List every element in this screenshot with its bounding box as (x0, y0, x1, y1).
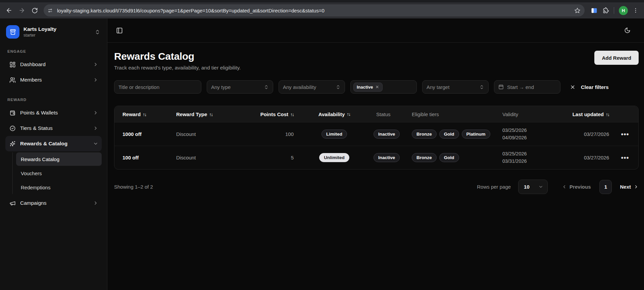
date-range-filter[interactable]: Start → end (494, 80, 560, 94)
status-filter-chip: Inactive (353, 83, 383, 92)
add-reward-button[interactable]: Add Reward (594, 51, 639, 65)
column-header-points-cost[interactable]: Points Cost↑↓ (239, 111, 299, 117)
browser-toolbar: loyalty-staging.karts.cloud/t/735d91l6/c… (0, 2, 644, 18)
sort-icon: ↑↓ (143, 112, 146, 117)
sidebar-subitem-label: Rewards Catalog (21, 156, 59, 162)
availability-badge: Limited (321, 130, 347, 139)
section-label-engage: ENGAGE (7, 49, 102, 53)
calendar-icon (498, 84, 504, 90)
forward-icon[interactable] (16, 5, 28, 16)
date-range-value: Start → end (507, 84, 534, 90)
site-settings-icon[interactable] (46, 6, 54, 15)
back-icon[interactable] (3, 5, 15, 16)
last-updated: 03/27/2026 (541, 131, 614, 137)
last-updated: 03/27/2026 (541, 155, 614, 160)
row-actions-icon[interactable]: ••• (621, 133, 629, 136)
megaphone-icon (9, 200, 16, 206)
availability-badge: Unlimited (319, 153, 349, 162)
sort-icon: ↑↓ (290, 112, 294, 117)
chevron-left-icon (562, 184, 567, 189)
page-subtitle: Track each reward's type, availability, … (114, 65, 241, 71)
tier-badge: Bronze (412, 130, 437, 139)
target-filter-value: Any target (427, 84, 449, 90)
search-filter (114, 80, 201, 94)
chip-remove-icon[interactable] (375, 85, 379, 89)
sidebar-item-dashboard[interactable]: Dashboard (5, 57, 102, 72)
points-cost: 100 (239, 131, 299, 137)
sidebar-toggle-icon[interactable] (116, 27, 123, 34)
column-header-last-updated[interactable]: Last updated↑↓ (541, 111, 614, 117)
sidebar-subitem-label: Redemptions (21, 185, 50, 190)
status-badge: Inactive (374, 130, 400, 139)
sidebar-item-points-wallets[interactable]: Points & Wallets (5, 105, 102, 120)
toolbar-extensions-area: H (589, 6, 641, 15)
dark-mode-moon-icon[interactable] (624, 27, 631, 34)
type-filter-select[interactable]: Any type (207, 80, 273, 94)
column-header-availability[interactable]: Availability↑↓ (299, 111, 369, 117)
sidebar-subitem-rewards-catalog[interactable]: Rewards Catalog (16, 152, 102, 166)
wallet-icon (9, 110, 16, 116)
chevron-right-icon (93, 77, 98, 83)
sort-icon: ↑↓ (606, 112, 609, 117)
url-text[interactable]: loyalty-staging.karts.cloud/t/735d91l6/c… (57, 8, 572, 13)
rows-per-page-label: Rows per page (477, 184, 511, 190)
sidebar-subitem-redemptions[interactable]: Redemptions (16, 181, 102, 194)
sidebar-item-label: Tiers & Status (20, 125, 53, 131)
sort-icon: ↑↓ (347, 111, 350, 117)
org-name: Karts Loyalty (23, 26, 91, 32)
org-switcher[interactable]: Karts Loyalty starter (5, 25, 102, 39)
page-number-button[interactable]: 1 (599, 180, 612, 194)
profile-avatar[interactable]: H (619, 6, 628, 15)
column-header-reward[interactable]: Reward↑↓ (114, 111, 168, 117)
sidebar-subitem-vouchers[interactable]: Vouchers (16, 166, 102, 180)
filters-bar: Any type Any availability Inactive (114, 80, 639, 94)
column-header-reward-type[interactable]: Reward Type↑↓ (168, 111, 239, 117)
previous-page-button[interactable]: Previous (562, 184, 591, 190)
sidebar-item-members[interactable]: Members (5, 72, 102, 88)
rows-per-page-select[interactable]: 10 (518, 180, 548, 194)
org-plan: starter (23, 33, 91, 38)
tier-badge: Gold (439, 153, 459, 162)
table-row[interactable]: 100 off Discount 5 Unlimited Inactive Br… (114, 146, 638, 169)
chevrons-up-down-icon (336, 85, 341, 90)
org-logo-icon (6, 25, 19, 39)
sidebar-item-campaigns[interactable]: Campaigns (5, 195, 102, 211)
chevrons-up-down-icon (95, 29, 100, 35)
reward-type: Discount (168, 155, 239, 160)
clear-filters-label: Clear filters (581, 84, 609, 90)
clear-filters-button[interactable]: Clear filters (570, 84, 609, 90)
sidebar-item-label: Rewards & Catalog (20, 141, 67, 147)
sidebar-item-rewards-catalog-group[interactable]: Rewards & Catalog (5, 136, 102, 151)
previous-label: Previous (569, 184, 591, 190)
row-actions-icon[interactable]: ••• (621, 156, 629, 159)
clear-x-icon (570, 84, 576, 90)
address-bar[interactable]: loyalty-staging.karts.cloud/t/735d91l6/c… (44, 4, 585, 16)
page-title: Rewards Catalog (114, 51, 241, 62)
column-header-status: Status (369, 111, 406, 117)
availability-filter-select[interactable]: Any availability (279, 80, 345, 94)
validity-dates: 03/25/2026 03/31/2026 (494, 150, 541, 164)
status-filter-multiselect[interactable]: Inactive (350, 80, 417, 94)
chevron-right-icon (93, 62, 98, 67)
search-input[interactable] (118, 84, 197, 90)
extensions-puzzle-icon[interactable] (602, 7, 609, 14)
sparkles-icon (9, 141, 16, 147)
chevrons-up-down-icon (479, 85, 484, 90)
target-filter-select[interactable]: Any target (422, 80, 489, 94)
bookmark-star-icon[interactable] (574, 7, 581, 14)
sort-icon: ↑↓ (209, 112, 212, 117)
browser-menu-icon[interactable] (633, 7, 639, 13)
sidebar: Karts Loyalty starter ENGAGE Dashboard M… (0, 18, 107, 290)
side-panel-icon[interactable] (591, 7, 598, 14)
table-header-row: Reward↑↓ Reward Type↑↓ Points Cost↑↓ Ava… (114, 106, 638, 122)
sidebar-subitem-label: Vouchers (21, 171, 42, 176)
next-page-button[interactable]: Next (620, 184, 639, 190)
reward-type: Discount (168, 131, 239, 137)
eligible-tiers: Bronze Gold (406, 153, 494, 162)
table-row[interactable]: 1000 off Discount 100 Limited Inactive B… (114, 122, 638, 146)
tier-badge: Gold (439, 130, 459, 139)
reload-icon[interactable] (29, 5, 40, 16)
sidebar-item-tiers-status[interactable]: Tiers & Status (5, 120, 102, 136)
chevron-right-icon (93, 200, 98, 206)
tier-badge: Platinum (462, 130, 490, 139)
